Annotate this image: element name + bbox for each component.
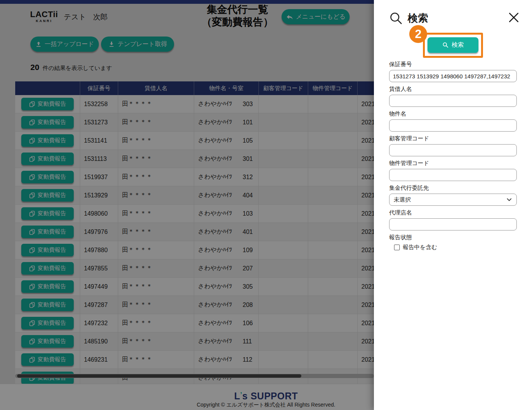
report-status-checkbox-row: 報告中を含む <box>389 244 517 251</box>
search-drawer: 検索 2 検索 保証番号賃借人名物件名顧客管理コード物件管理コード集金代行委託先… <box>374 0 532 410</box>
field-label: 集金代行委託先 <box>389 184 517 192</box>
form-field: 物件管理コード <box>389 160 517 181</box>
form-field: 顧客管理コード <box>389 135 517 156</box>
field-label: 物件名 <box>389 110 517 118</box>
賃借人名-input[interactable] <box>389 95 517 107</box>
step-badge: 2 <box>409 25 427 43</box>
search-form: 保証番号賃借人名物件名顧客管理コード物件管理コード集金代行委託先未選択代理店名報… <box>389 61 517 254</box>
chevron-down-icon <box>506 197 512 203</box>
form-field: 集金代行委託先未選択 <box>389 184 517 206</box>
field-label: 物件管理コード <box>389 160 517 167</box>
物件名-input[interactable] <box>389 119 517 132</box>
物件管理コード-input[interactable] <box>389 169 517 181</box>
field-label: 保証番号 <box>389 61 517 68</box>
agency-select[interactable]: 未選択 <box>389 194 517 206</box>
form-field: 代理店名 <box>389 209 517 230</box>
select-value: 未選択 <box>394 196 411 203</box>
field-label: 代理店名 <box>389 209 517 216</box>
field-label: 顧客管理コード <box>389 135 517 142</box>
report-status-checkbox-label: 報告中を含む <box>403 244 437 251</box>
保証番号-input[interactable] <box>389 70 517 82</box>
顧客管理コード-input[interactable] <box>389 144 517 156</box>
close-drawer-button[interactable] <box>508 12 520 24</box>
report-status-checkbox[interactable] <box>394 245 400 250</box>
app-root: LACTii KANRI テスト 次郎 集金代行一覧 （変動費報告） メニューに… <box>0 0 532 410</box>
field-label: 賃借人名 <box>389 86 517 93</box>
search-submit-label: 検索 <box>452 41 464 49</box>
form-field: 報告状態報告中を含む <box>389 234 517 251</box>
代理店名-input[interactable] <box>389 218 517 230</box>
field-label: 報告状態 <box>389 234 517 241</box>
close-icon <box>508 19 519 24</box>
search-submit-button[interactable]: 検索 <box>428 37 478 53</box>
form-field: 物件名 <box>389 110 517 132</box>
search-icon <box>389 11 404 28</box>
form-field: 賃借人名 <box>389 86 517 107</box>
search-icon <box>442 42 449 48</box>
search-drawer-title: 検索 <box>408 11 428 25</box>
form-field: 保証番号 <box>389 61 517 82</box>
